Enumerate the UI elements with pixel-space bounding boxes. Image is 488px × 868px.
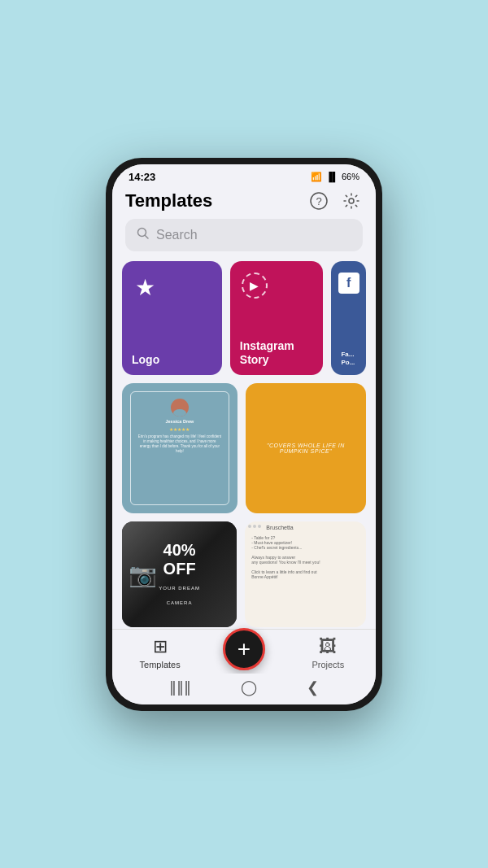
template-card-testimonial[interactable]: Jessica Drew ★★★★★ Erin's program has ch… bbox=[122, 383, 237, 513]
recipe-items: - Table for 2? - Must-have appetizer! - … bbox=[245, 534, 366, 581]
search-bar[interactable]: Search bbox=[125, 219, 363, 251]
status-time: 14:23 bbox=[129, 171, 155, 183]
content-area: ★ Logo ▶ InstagramStory f Fa...Po... bbox=[112, 261, 376, 629]
search-icon bbox=[137, 227, 150, 243]
dot1 bbox=[248, 525, 251, 528]
testimonial-inner: Jessica Drew ★★★★★ Erin's program has ch… bbox=[130, 391, 229, 505]
status-bar: 14:23 📶 ▐▌ 66% bbox=[112, 164, 376, 186]
wifi-icon: 📶 bbox=[311, 172, 322, 182]
status-icons: 📶 ▐▌ 66% bbox=[311, 172, 359, 182]
battery-icon: 66% bbox=[342, 172, 359, 181]
testimonial-stars: ★★★★★ bbox=[169, 426, 190, 432]
projects-icon: 🖼 bbox=[319, 636, 337, 657]
projects-label: Projects bbox=[312, 660, 344, 670]
home-button[interactable]: ◯ bbox=[241, 678, 257, 696]
help-button[interactable]: ? bbox=[307, 190, 330, 212]
template-card-camera[interactable]: 📷 40% OFF YOUR DREAM CAMERA bbox=[122, 521, 237, 627]
nav-projects[interactable]: 🖼 Projects bbox=[295, 636, 360, 670]
settings-button[interactable] bbox=[340, 190, 363, 212]
discount-percent: 40% OFF bbox=[150, 541, 208, 578]
template-row-2: Jessica Drew ★★★★★ Erin's program has ch… bbox=[122, 383, 366, 513]
template-card-quote[interactable]: "COVERS WHOLE LIFE IN PUMPKIN SPICE" bbox=[246, 383, 366, 513]
star-icon: ★ bbox=[135, 274, 155, 301]
play-circle-icon: ▶ bbox=[242, 273, 268, 299]
quote-text: "COVERS WHOLE LIFE IN PUMPKIN SPICE" bbox=[246, 433, 366, 464]
bottom-nav: ⊞ Templates + 🖼 Projects bbox=[112, 629, 376, 674]
add-icon: + bbox=[237, 636, 251, 662]
dot3 bbox=[258, 525, 261, 528]
signal-icon: ▐▌ bbox=[325, 172, 338, 181]
header: Templates ? bbox=[112, 186, 376, 219]
recipe-content: Bruschetta - Table for 2? - Must-have ap… bbox=[245, 521, 366, 627]
page-title: Templates bbox=[125, 190, 212, 212]
template-card-logo[interactable]: ★ Logo bbox=[122, 261, 222, 375]
dot2 bbox=[253, 525, 256, 528]
testimonial-avatar bbox=[171, 399, 189, 417]
svg-text:?: ? bbox=[316, 195, 321, 207]
discount-sub: YOUR DREAM CAMERA bbox=[159, 586, 200, 605]
phone-screen: 14:23 📶 ▐▌ 66% Templates ? bbox=[112, 164, 376, 704]
facebook-icon: f bbox=[338, 273, 359, 294]
svg-point-6 bbox=[173, 409, 186, 417]
phone-frame: 14:23 📶 ▐▌ 66% Templates ? bbox=[106, 158, 382, 711]
recipe-title-text: Bruschetta bbox=[266, 525, 293, 530]
template-row-1: ★ Logo ▶ InstagramStory f Fa...Po... bbox=[122, 261, 366, 375]
nav-templates[interactable]: ⊞ Templates bbox=[128, 636, 193, 670]
template-card-recipe[interactable]: Bruschetta - Table for 2? - Must-have ap… bbox=[245, 521, 366, 627]
header-actions: ? bbox=[307, 190, 363, 212]
templates-icon: ⊞ bbox=[153, 636, 168, 657]
search-placeholder: Search bbox=[156, 228, 198, 242]
template-row-3: 📷 40% OFF YOUR DREAM CAMERA Brus bbox=[122, 521, 366, 627]
testimonial-text: Erin's program has changed my life! I fe… bbox=[137, 434, 222, 455]
facebook-label: Fa...Po... bbox=[341, 351, 355, 366]
instagram-label: InstagramStory bbox=[240, 339, 294, 367]
svg-line-4 bbox=[146, 235, 149, 238]
recent-apps-button[interactable]: ‖‖‖ bbox=[169, 678, 191, 696]
logo-label: Logo bbox=[132, 353, 159, 367]
template-card-facebook[interactable]: f Fa...Po... bbox=[331, 261, 366, 375]
template-card-instagram[interactable]: ▶ InstagramStory bbox=[230, 261, 324, 375]
add-button[interactable]: + bbox=[223, 628, 265, 670]
discount-label: 40% OFF YOUR DREAM CAMERA bbox=[150, 541, 208, 608]
back-button[interactable]: ❮ bbox=[307, 678, 319, 696]
templates-label: Templates bbox=[140, 660, 181, 670]
svg-point-2 bbox=[349, 198, 354, 203]
testimonial-name: Jessica Drew bbox=[166, 419, 194, 424]
recipe-top-bar: Bruschetta bbox=[245, 521, 366, 534]
system-nav: ‖‖‖ ◯ ❮ bbox=[112, 674, 376, 704]
svg-point-5 bbox=[176, 401, 184, 409]
